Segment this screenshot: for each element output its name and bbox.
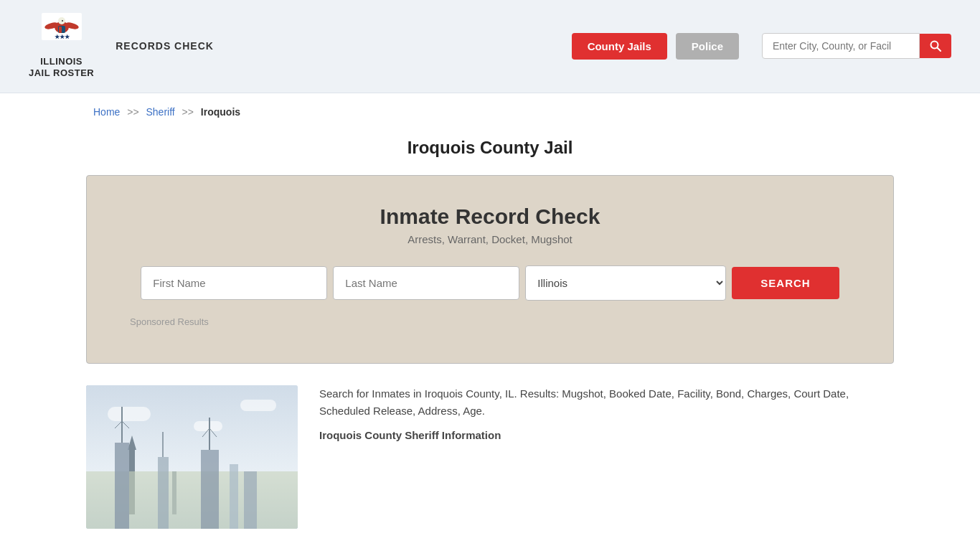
- bottom-description: Search for Inmates in Iroquois County, I…: [319, 385, 894, 420]
- header-search-button[interactable]: [920, 34, 951, 58]
- site-header: ★★★ ILLINOISJAIL ROSTER RECORDS CHECK Co…: [0, 0, 980, 93]
- search-icon: [930, 40, 941, 52]
- county-jails-button[interactable]: County Jails: [572, 33, 667, 60]
- bottom-section: Search for Inmates in Iroquois County, I…: [86, 385, 894, 552]
- breadcrumb-sep2: >>: [182, 106, 194, 118]
- svg-rect-23: [244, 471, 257, 529]
- header-nav: County Jails Police: [572, 33, 951, 60]
- svg-rect-18: [201, 450, 219, 529]
- inmate-search-box: Inmate Record Check Arrests, Warrant, Do…: [86, 175, 894, 364]
- breadcrumb: Home >> Sheriff >> Iroquois: [0, 93, 980, 131]
- svg-line-15: [122, 421, 129, 428]
- facility-image: [86, 385, 298, 529]
- inmate-search-subtitle: Arrests, Warrant, Docket, Mugshot: [130, 233, 850, 245]
- header-search-input[interactable]: [762, 33, 920, 59]
- breadcrumb-sheriff[interactable]: Sheriff: [146, 106, 175, 118]
- breadcrumb-home[interactable]: Home: [93, 106, 120, 118]
- skyline-illustration: [86, 385, 298, 529]
- svg-point-5: [62, 20, 63, 22]
- svg-rect-7: [59, 27, 62, 33]
- first-name-input[interactable]: [141, 266, 327, 300]
- records-check-link[interactable]: RECORDS CHECK: [116, 40, 214, 52]
- svg-text:★★★: ★★★: [54, 34, 70, 40]
- svg-line-14: [115, 421, 122, 428]
- page-title: Iroquois County Jail: [0, 138, 980, 158]
- inmate-search-title: Inmate Record Check: [130, 204, 850, 229]
- header-search-area: [762, 33, 951, 59]
- logo-text: ILLINOISJAIL ROSTER: [29, 56, 94, 80]
- svg-rect-22: [230, 464, 238, 529]
- svg-line-20: [202, 428, 209, 437]
- search-form-row: Illinois AlabamaAlaskaArizona ArkansasCa…: [130, 265, 850, 301]
- state-select[interactable]: Illinois AlabamaAlaskaArizona ArkansasCa…: [525, 265, 726, 301]
- svg-rect-12: [115, 443, 129, 529]
- bottom-section-heading: Iroquois County Sheriff Information: [319, 427, 894, 444]
- breadcrumb-sep1: >>: [127, 106, 138, 118]
- svg-line-10: [938, 48, 941, 52]
- site-logo[interactable]: ★★★ ILLINOISJAIL ROSTER: [29, 13, 94, 80]
- breadcrumb-current: Iroquois: [201, 106, 240, 118]
- last-name-input[interactable]: [333, 266, 519, 300]
- bottom-text: Search for Inmates in Iroquois County, I…: [319, 385, 894, 529]
- sponsored-text: Sponsored Results: [130, 316, 850, 327]
- logo-seal-icon: ★★★: [42, 13, 82, 53]
- header-left: ★★★ ILLINOISJAIL ROSTER RECORDS CHECK: [29, 13, 214, 80]
- police-button[interactable]: Police: [676, 33, 739, 60]
- inmate-search-button[interactable]: SEARCH: [732, 267, 839, 299]
- svg-line-21: [209, 428, 217, 437]
- svg-rect-16: [158, 457, 169, 529]
